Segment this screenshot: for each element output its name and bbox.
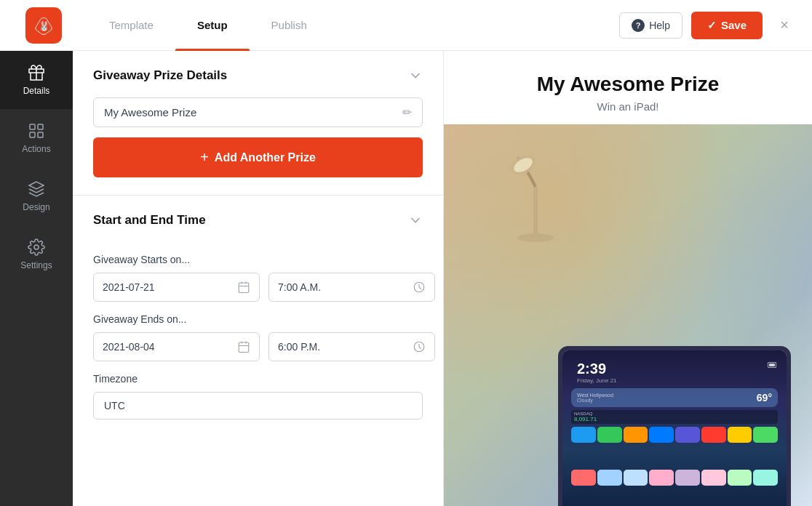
ipad-frame: 2:39 Friday, June 21: [558, 346, 791, 506]
sidebar: Details Actions Design Settings: [0, 51, 73, 506]
calendar-icon: [237, 281, 250, 294]
start-datetime-row: [93, 273, 423, 302]
settings-icon: [28, 238, 45, 256]
prize-section-title: Giveaway Prize Details: [93, 68, 227, 83]
weather-widget: West Hollywood Cloudy 69°: [571, 388, 778, 407]
sidebar-item-design-label: Design: [23, 202, 49, 212]
preview-subtitle: Win an iPad!: [458, 100, 797, 113]
time-section-title: Start and End Time: [93, 213, 206, 228]
add-prize-plus-icon: +: [200, 149, 209, 166]
logo-icon: 🐰: [33, 15, 54, 36]
svg-rect-8: [239, 342, 249, 353]
sidebar-item-details[interactable]: Details: [0, 51, 73, 109]
add-prize-label: Add Another Prize: [215, 151, 316, 164]
gift-icon: [28, 64, 45, 81]
sidebar-item-actions-label: Actions: [22, 144, 50, 154]
sidebar-item-settings-label: Settings: [20, 260, 52, 270]
preview-panel: My Awesome Prize Win an iPad!: [444, 51, 812, 506]
start-time-input[interactable]: [268, 273, 435, 302]
end-datetime-row: [93, 332, 423, 361]
timezone-field[interactable]: [104, 400, 412, 411]
design-icon: [28, 180, 45, 198]
timezone-label: Timezone: [93, 373, 423, 385]
clock-end-icon: [413, 340, 426, 353]
calendar-end-icon: [237, 340, 250, 353]
ipad-date-display: Friday, June 21: [573, 377, 621, 384]
svg-rect-11: [533, 187, 538, 238]
prize-name-input-row: ✏: [93, 97, 423, 127]
logo-area: 🐰: [15, 7, 73, 44]
app-icons-grid: [567, 425, 782, 506]
time-section-content: Giveaway Starts on... Giv: [73, 254, 443, 437]
save-button[interactable]: ✓ Save: [691, 12, 763, 39]
ends-label: Giveaway Ends on...: [93, 313, 423, 325]
preview-image: 2:39 Friday, June 21: [444, 124, 812, 506]
sidebar-item-actions[interactable]: Actions: [0, 109, 73, 167]
svg-rect-1: [30, 124, 35, 129]
tab-publish[interactable]: Publish: [250, 0, 329, 51]
ipad-screen: 2:39 Friday, June 21: [562, 350, 787, 506]
svg-rect-3: [30, 132, 35, 137]
add-prize-button[interactable]: + Add Another Prize: [93, 137, 423, 177]
help-label: Help: [649, 20, 670, 31]
end-date-input[interactable]: [93, 332, 260, 361]
svg-rect-2: [38, 124, 43, 129]
logo: 🐰: [25, 7, 62, 44]
desk-lamp-illustration: [510, 143, 561, 245]
prize-section-content: ✏ + Add Another Prize: [73, 97, 443, 195]
prize-section-header[interactable]: Giveaway Prize Details: [73, 51, 443, 97]
left-panel: Giveaway Prize Details ✏ + Add Another P…: [73, 51, 444, 506]
timezone-input-row[interactable]: [93, 392, 423, 419]
tab-setup[interactable]: Setup: [175, 0, 250, 51]
preview-title: My Awesome Prize: [458, 73, 797, 96]
preview-header: My Awesome Prize Win an iPad!: [444, 51, 812, 124]
start-date-input[interactable]: [93, 273, 260, 302]
ipad-mockup: 2:39 Friday, June 21: [558, 346, 791, 506]
save-check-icon: ✓: [707, 19, 717, 32]
prize-section-chevron-icon: [408, 68, 423, 83]
save-label: Save: [721, 19, 747, 31]
clock-icon: [413, 281, 426, 294]
help-button[interactable]: ? Help: [619, 12, 682, 39]
sidebar-item-settings[interactable]: Settings: [0, 225, 73, 284]
sidebar-item-details-label: Details: [23, 86, 50, 96]
stock-widget: NASDAQ 8,091.71: [571, 410, 778, 424]
starts-label: Giveaway Starts on...: [93, 254, 423, 265]
nav-right: ? Help ✓ Save ×: [619, 12, 797, 39]
main-layout: Details Actions Design Settings: [0, 51, 812, 506]
actions-icon: [28, 122, 45, 140]
time-section-header[interactable]: Start and End Time: [73, 196, 443, 242]
svg-rect-4: [38, 132, 43, 137]
close-button[interactable]: ×: [771, 12, 797, 39]
svg-point-5: [34, 245, 39, 249]
prize-name-input[interactable]: [104, 106, 397, 119]
start-time-field[interactable]: [278, 281, 405, 293]
nav-tabs: Template Setup Publish: [87, 0, 329, 51]
end-time-input[interactable]: [268, 332, 435, 361]
top-navigation: 🐰 Template Setup Publish ? Help ✓ Save ×: [0, 0, 812, 51]
tab-template[interactable]: Template: [87, 0, 175, 51]
edit-icon[interactable]: ✏: [402, 105, 412, 119]
time-section-chevron-icon: [408, 213, 423, 228]
help-icon: ?: [632, 19, 645, 32]
ipad-time-display: 2:39: [573, 358, 621, 377]
start-date-field[interactable]: [103, 281, 230, 293]
end-time-field[interactable]: [278, 341, 405, 353]
svg-rect-6: [239, 283, 249, 293]
preview-image-content: 2:39 Friday, June 21: [444, 124, 812, 506]
end-date-field[interactable]: [103, 341, 230, 353]
sidebar-item-design[interactable]: Design: [0, 167, 73, 225]
svg-text:🐰: 🐰: [39, 20, 50, 32]
